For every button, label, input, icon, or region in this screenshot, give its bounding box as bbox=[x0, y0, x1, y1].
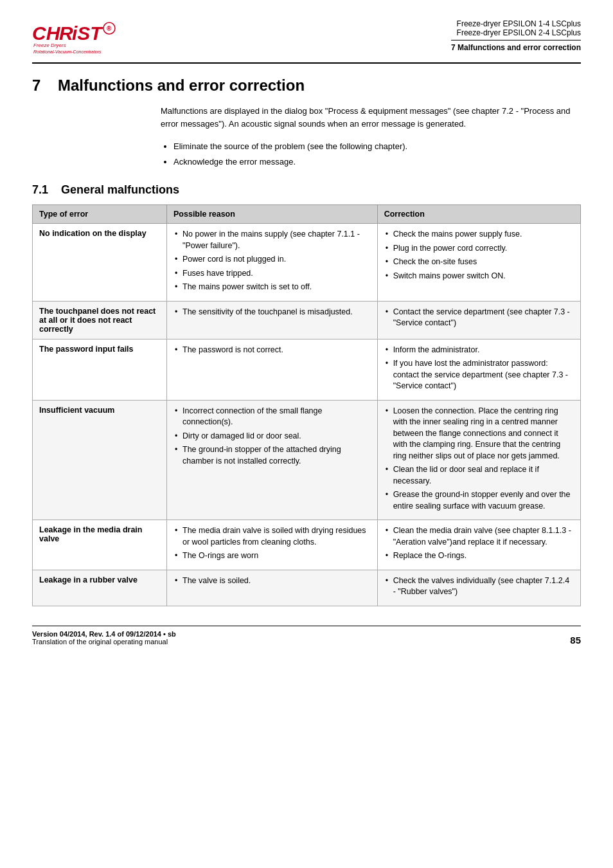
table-row: Leakage in the media drain valveThe medi… bbox=[33, 520, 581, 570]
svg-text:®: ® bbox=[107, 25, 112, 32]
reason-item: The password is not correct. bbox=[173, 345, 371, 356]
error-correction-cell: Contact the service department (see chap… bbox=[377, 301, 580, 339]
error-type-cell: The password input fails bbox=[33, 339, 167, 400]
intro-bullets: Eliminate the source of the problem (see… bbox=[173, 140, 581, 168]
chapter-heading: 7 Malfunctions and error correction bbox=[32, 77, 581, 95]
correction-item: Check the valves individually (see chapt… bbox=[384, 575, 574, 598]
correction-item: If you have lost the administrator passw… bbox=[384, 358, 574, 392]
error-reason-cell: The password is not correct. bbox=[167, 339, 378, 400]
error-type-cell: No indication on the display bbox=[33, 224, 167, 302]
table-row: Leakage in a rubber valveThe valve is so… bbox=[33, 570, 581, 606]
table-row: Insufficient vacuumIncorrect connection … bbox=[33, 400, 581, 520]
error-correction-cell: Inform the administrator.If you have los… bbox=[377, 339, 580, 400]
svg-text:R: R bbox=[59, 23, 73, 44]
reason-item: The mains power switch is set to off. bbox=[173, 282, 371, 293]
correction-item: Contact the service department (see chap… bbox=[384, 307, 574, 329]
error-correction-cell: Check the valves individually (see chapt… bbox=[377, 570, 580, 606]
product-line1: Freeze-dryer EPSILON 1-4 LSCplus bbox=[451, 19, 581, 28]
correction-item: Inform the administrator. bbox=[384, 345, 574, 356]
section71-heading: 7.1 General malfunctions bbox=[32, 183, 581, 197]
correction-item: Replace the O-rings. bbox=[384, 550, 574, 562]
error-type-cell: Leakage in the media drain valve bbox=[33, 520, 167, 570]
reason-item: The media drain valve is soiled with dry… bbox=[173, 525, 371, 548]
reason-item: Incorrect connection of the small flange… bbox=[173, 406, 371, 428]
error-type-cell: The touchpanel does not react at all or … bbox=[33, 301, 167, 339]
page-header: CH R iST ® Freeze Dryers Rotational-Vacu… bbox=[32, 19, 581, 64]
reason-item: The ground-in stopper of the attached dr… bbox=[173, 444, 371, 467]
error-correction-cell: Check the mains power supply fuse.Plug i… bbox=[377, 224, 580, 302]
product-line2: Freeze-dryer EPSILON 2-4 LSCplus bbox=[451, 28, 581, 37]
error-table: Type of error Possible reason Correction… bbox=[32, 204, 581, 606]
table-header-reason: Possible reason bbox=[167, 205, 378, 224]
correction-item: Switch mains power switch ON. bbox=[384, 271, 574, 282]
svg-text:Rotational-Vacuum-Concentrator: Rotational-Vacuum-Concentrators bbox=[33, 50, 102, 54]
error-reason-cell: The media drain valve is soiled with dry… bbox=[167, 520, 378, 570]
footer-translation: Translation of the original operating ma… bbox=[32, 638, 176, 646]
error-reason-cell: The valve is soiled. bbox=[167, 570, 378, 606]
correction-item: Loosen the connection. Place the centrin… bbox=[384, 406, 574, 462]
intro-paragraph: Malfunctions are displayed in the dialog… bbox=[161, 105, 581, 130]
bullet-1: Eliminate the source of the problem (see… bbox=[173, 140, 581, 153]
svg-text:CH: CH bbox=[32, 23, 61, 44]
reason-item: The valve is soiled. bbox=[173, 575, 371, 587]
page: CH R iST ® Freeze Dryers Rotational-Vacu… bbox=[0, 0, 613, 868]
footer-left: Version 04/2014, Rev. 1.4 of 09/12/2014 … bbox=[32, 630, 176, 646]
table-row: No indication on the displayNo power in … bbox=[33, 224, 581, 302]
error-correction-cell: Loosen the connection. Place the centrin… bbox=[377, 400, 580, 520]
section71-title: General malfunctions bbox=[61, 183, 179, 197]
reason-item: Power cord is not plugged in. bbox=[173, 254, 371, 266]
footer-version: Version 04/2014, Rev. 1.4 of 09/12/2014 … bbox=[32, 630, 176, 638]
correction-item: Grease the ground-in stopper evenly and … bbox=[384, 489, 574, 512]
christ-logo-svg: CH R iST ® Freeze Dryers Rotational-Vacu… bbox=[32, 19, 116, 55]
correction-item: Clean the lid or door seal and replace i… bbox=[384, 464, 574, 487]
chapter-title: Malfunctions and error correction bbox=[58, 77, 305, 94]
error-type-cell: Insufficient vacuum bbox=[33, 400, 167, 520]
error-reason-cell: No power in the mains supply (see chapte… bbox=[167, 224, 378, 302]
correction-item: Clean the media drain valve (see chapter… bbox=[384, 525, 574, 548]
table-header-correction: Correction bbox=[377, 205, 580, 224]
page-footer: Version 04/2014, Rev. 1.4 of 09/12/2014 … bbox=[32, 626, 581, 646]
correction-item: Plug in the power cord correctly. bbox=[384, 243, 574, 255]
reason-item: Dirty or damaged lid or door seal. bbox=[173, 431, 371, 442]
logo-svg: CH R iST ® Freeze Dryers Rotational-Vacu… bbox=[32, 19, 116, 55]
chapter-number: 7 bbox=[32, 77, 40, 94]
svg-text:Freeze Dryers: Freeze Dryers bbox=[33, 42, 66, 48]
error-type-cell: Leakage in a rubber valve bbox=[33, 570, 167, 606]
table-row: The touchpanel does not react at all or … bbox=[33, 301, 581, 339]
bullet-2: Acknowledge the error message. bbox=[173, 156, 581, 168]
reason-item: No power in the mains supply (see chapte… bbox=[173, 229, 371, 251]
svg-text:iST: iST bbox=[72, 23, 103, 44]
error-correction-cell: Clean the media drain valve (see chapter… bbox=[377, 520, 580, 570]
table-header-type: Type of error bbox=[33, 205, 167, 224]
reason-item: The sensitivity of the touchpanel is mis… bbox=[173, 307, 371, 318]
header-right: Freeze-dryer EPSILON 1-4 LSCplus Freeze-… bbox=[451, 19, 581, 52]
error-reason-cell: Incorrect connection of the small flange… bbox=[167, 400, 378, 520]
error-reason-cell: The sensitivity of the touchpanel is mis… bbox=[167, 301, 378, 339]
header-section-label: 7 Malfunctions and error correction bbox=[451, 40, 581, 52]
correction-item: Check the mains power supply fuse. bbox=[384, 229, 574, 240]
table-row: The password input failsThe password is … bbox=[33, 339, 581, 400]
logo-area: CH R iST ® Freeze Dryers Rotational-Vacu… bbox=[32, 19, 116, 56]
correction-item: Check the on-site fuses bbox=[384, 257, 574, 268]
reason-item: Fuses have tripped. bbox=[173, 268, 371, 280]
section71-number: 7.1 bbox=[32, 183, 48, 197]
reason-item: The O-rings are worn bbox=[173, 550, 371, 562]
footer-page-number: 85 bbox=[570, 635, 581, 646]
